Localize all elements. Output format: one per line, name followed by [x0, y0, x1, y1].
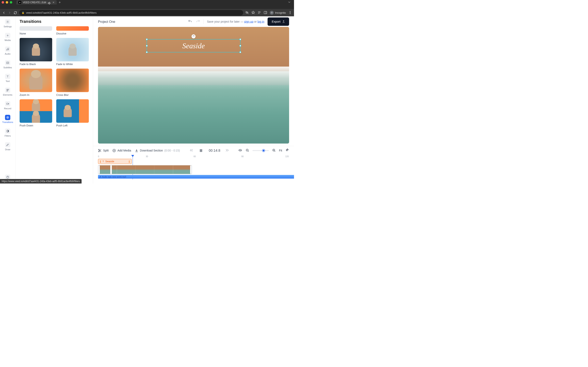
add-media-button[interactable]: Add Media [112, 149, 131, 152]
transition-label: Dissolve [56, 32, 89, 35]
text-clip[interactable]: ‖ Seaside ‖ [98, 159, 132, 164]
zoom-slider[interactable] [252, 150, 269, 151]
transition-zoom-in[interactable]: Zoom In [20, 69, 52, 97]
or-text: or [253, 20, 258, 23]
prev-frame-button[interactable] [190, 149, 193, 153]
transition-cross-blur[interactable]: Cross Blur [56, 69, 89, 97]
resize-handle-bl[interactable] [146, 51, 148, 53]
rail-label: Media [5, 39, 11, 42]
rail-filters[interactable]: Filters [0, 128, 15, 138]
split-label: Split [103, 149, 109, 152]
toolbar-icons: Incognito [245, 11, 292, 15]
side-panel-icon[interactable] [264, 11, 267, 15]
waveform-toggle-icon[interactable] [285, 149, 289, 153]
zoom-out-button[interactable] [245, 149, 249, 153]
subtitles-icon [5, 60, 10, 66]
rail-transitions[interactable]: Transitions [0, 114, 15, 124]
text-track[interactable]: ‖ Seaside ‖ [98, 159, 289, 164]
resize-handle-br[interactable] [240, 51, 241, 53]
zoom-thumb[interactable] [262, 149, 265, 152]
project-name[interactable]: Project One [98, 20, 115, 24]
playback-controls: 00:14:8 [190, 148, 229, 154]
rail-audio[interactable]: Audio [0, 46, 15, 56]
incognito-badge[interactable]: Incognito [270, 11, 286, 15]
transition-thumb [20, 69, 52, 92]
fit-button[interactable]: Fit [279, 149, 282, 152]
timecode: 00:14:8 [209, 149, 220, 152]
transition-none[interactable]: None [20, 26, 52, 35]
svg-point-17 [98, 151, 99, 152]
window-close-button[interactable] [2, 1, 4, 4]
video-split-marker[interactable] [110, 165, 112, 174]
transition-label: Fade to Black [20, 63, 52, 66]
split-button[interactable]: Split [98, 149, 109, 152]
canvas[interactable]: Seaside [98, 27, 289, 143]
clip-grip-right[interactable]: ‖ [129, 160, 130, 163]
forward-button[interactable] [8, 11, 11, 15]
browser-tab[interactable]: V VEED CREATE | Edit ✕ [16, 0, 57, 4]
tab-close-icon[interactable]: ✕ [52, 1, 54, 4]
transition-push-left[interactable]: Push Left [56, 99, 89, 127]
transition-thumb [56, 69, 89, 92]
video-track[interactable] [98, 165, 289, 174]
tabs-dropdown-icon[interactable] [287, 0, 291, 4]
canvas-bg-foam [98, 67, 289, 90]
window-maximize-button[interactable] [10, 1, 12, 4]
login-link[interactable]: log in [258, 20, 264, 23]
video-clip-handle-left[interactable] [98, 165, 100, 174]
rail-label: Subtitles [3, 66, 12, 69]
overlay-text[interactable]: Seaside [182, 42, 205, 50]
svg-point-4 [290, 12, 290, 13]
rotate-handle[interactable] [191, 34, 196, 39]
timeline-ruler[interactable]: 0 30 60 90 120 [98, 155, 289, 158]
export-button[interactable]: Export [268, 17, 289, 26]
svg-point-5 [290, 13, 290, 14]
clip-grip-left[interactable]: ‖ [100, 160, 101, 163]
rail-label: Record [4, 107, 11, 110]
resize-handle-ml[interactable] [146, 45, 148, 47]
rail-label: Audio [5, 53, 10, 55]
rail-subtitles[interactable]: Subtitles [0, 59, 15, 70]
eye-off-icon[interactable] [245, 11, 249, 15]
next-frame-button[interactable] [225, 149, 229, 153]
resize-handle-mr[interactable] [240, 45, 241, 47]
rail-draw[interactable]: Draw [0, 141, 15, 152]
timeline[interactable]: 0 30 60 90 120 ‖ Seaside ‖ [93, 155, 294, 184]
reading-list-icon[interactable] [258, 11, 261, 15]
undo-button[interactable] [188, 19, 192, 24]
transition-fade-white[interactable]: Fade to White [56, 38, 89, 66]
star-icon[interactable] [251, 11, 255, 15]
audio-track[interactable]: Audio epic-new-world.mp3 [98, 175, 289, 179]
zoom-in-button[interactable] [272, 149, 276, 153]
tab-audio-icon[interactable] [48, 1, 50, 3]
text-selection-box[interactable]: Seaside [147, 39, 241, 52]
video-clip-handle-right[interactable] [190, 165, 192, 174]
reload-button[interactable] [13, 11, 17, 15]
address-bar[interactable]: 🔒 veed.io/edit/d7aa4431-240a-43eb-adf5-8… [19, 10, 243, 16]
resize-handle-tl[interactable] [146, 39, 148, 40]
resize-handle-tr[interactable] [240, 39, 241, 40]
volume-button[interactable] [238, 149, 242, 153]
download-section-button[interactable]: Download Section(0:00 - 0:15) [135, 149, 180, 152]
transition-dissolve[interactable]: Dissolve [56, 26, 89, 35]
window-minimize-button[interactable] [6, 1, 8, 4]
signup-link[interactable]: sign up [244, 20, 253, 23]
video-clip[interactable] [98, 165, 192, 174]
svg-rect-20 [201, 149, 202, 152]
export-label: Export [272, 20, 281, 24]
new-tab-button[interactable]: + [59, 0, 61, 4]
transition-label: Zoom In [20, 93, 52, 97]
kebab-menu-icon[interactable] [288, 11, 292, 15]
transition-fade-black[interactable]: Fade to Black [20, 38, 52, 66]
pause-button[interactable] [198, 148, 204, 154]
rail-record[interactable]: Record [0, 100, 15, 111]
rail-settings[interactable]: Settings [0, 18, 15, 29]
redo-button[interactable] [196, 19, 200, 24]
rail-text[interactable]: Text [0, 73, 15, 83]
draw-icon [5, 142, 10, 147]
transition-push-down[interactable]: Push Down [20, 99, 52, 127]
rail-elements[interactable]: Elements [0, 87, 15, 97]
back-button[interactable] [2, 11, 6, 15]
rail-media[interactable]: Media [0, 32, 15, 42]
audio-clip[interactable]: Audio epic-new-world.mp3 [98, 175, 294, 179]
